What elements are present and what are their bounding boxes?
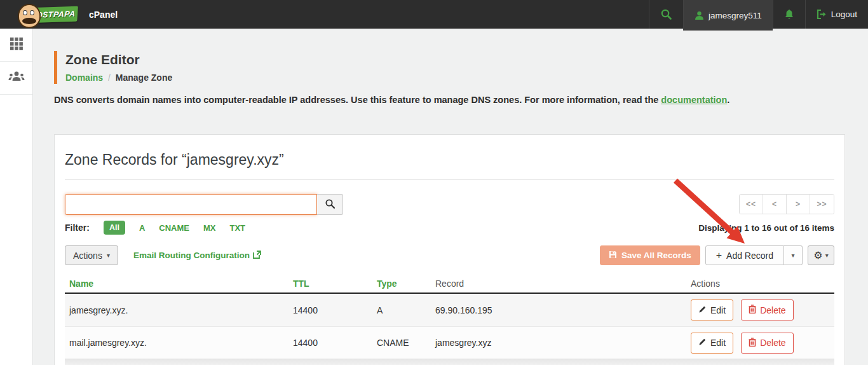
user-icon [695, 11, 704, 20]
hostpapa-logo[interactable]: HOSTPAPA [17, 3, 78, 27]
pagination-last-button[interactable]: >> [810, 195, 834, 214]
edit-button[interactable]: Edit [691, 333, 733, 354]
filter-label: Filter: [65, 223, 90, 233]
people-icon [8, 71, 25, 86]
save-all-label: Save All Records [621, 251, 691, 260]
description-text: DNS converts domain names into computer-… [54, 95, 661, 105]
breadcrumb-separator: / [108, 72, 111, 83]
page-title: Zone Editor [65, 52, 172, 67]
record-value: 69.90.160.195 [431, 305, 686, 315]
display-summary: Displaying 1 to 16 out of 16 items [698, 223, 834, 233]
panel-title: Zone Records for “jamesgrey.xyz” [65, 151, 834, 180]
record-type: A [372, 305, 431, 315]
pagination: << < > >> [739, 194, 834, 214]
logout-button[interactable]: Logout [805, 0, 868, 29]
column-header-ttl[interactable]: TTL [288, 279, 372, 289]
save-icon [609, 251, 617, 261]
zone-records-table: Name TTL Type Record Actions jamesgrey.x… [65, 275, 834, 365]
gear-icon: ⚙ [813, 251, 822, 261]
add-record-label: Add Record [726, 251, 773, 261]
email-routing-link[interactable]: Email Routing Configuration [133, 251, 261, 261]
email-routing-label: Email Routing Configuration [133, 251, 250, 260]
pagination-prev-button[interactable]: < [763, 195, 787, 214]
table-row: mail.jamesgrey.xyz. 14400 CNAME jamesgre… [65, 326, 834, 359]
filter-bar: Filter: All A CNAME MX TXT [65, 221, 245, 235]
column-header-record: Record [431, 279, 686, 289]
filter-cname[interactable]: CNAME [159, 223, 189, 233]
topbar-right: jamesgrey511 Logout [649, 0, 868, 29]
page-header: Zone Editor Domains / Manage Zone [54, 51, 868, 84]
search-submit-button[interactable] [317, 194, 343, 215]
description-period: . [727, 95, 729, 105]
brand-area: HOSTPAPA cPanel [0, 3, 118, 27]
column-header-actions: Actions [686, 279, 834, 289]
record-ttl: 14400 [288, 338, 372, 348]
trash-icon [749, 305, 756, 315]
accent-bar [54, 51, 57, 84]
topbar-search-button[interactable] [649, 0, 683, 29]
logout-icon [817, 10, 827, 19]
page-description: DNS converts domain names into computer-… [54, 95, 868, 105]
search-group [65, 194, 343, 215]
add-record-group: + Add Record ▾ [705, 245, 803, 265]
add-record-button[interactable]: + Add Record [705, 245, 784, 265]
caret-down-icon: ▾ [791, 252, 794, 259]
record-ttl: 14400 [288, 305, 372, 315]
record-name: jamesgrey.xyz. [65, 305, 288, 315]
edit-button[interactable]: Edit [691, 300, 733, 320]
edit-label: Edit [710, 338, 726, 348]
table-row-partial [65, 359, 834, 365]
notifications-button[interactable] [773, 0, 805, 29]
delete-button[interactable]: Delete [741, 333, 793, 354]
filter-mx[interactable]: MX [203, 223, 216, 233]
breadcrumb: Domains / Manage Zone [65, 72, 172, 83]
save-all-records-button[interactable]: Save All Records [600, 245, 700, 265]
settings-dropdown-button[interactable]: ⚙ ▾ [808, 245, 834, 265]
search-icon [325, 198, 336, 211]
record-value: jamesgrey.xyz [431, 338, 686, 348]
delete-button[interactable]: Delete [741, 300, 793, 320]
grid-icon [10, 37, 24, 53]
sidebar [0, 29, 33, 365]
search-icon [660, 8, 672, 20]
pagination-next-button[interactable]: > [787, 195, 810, 214]
table-row: jamesgrey.xyz. 14400 A 69.90.160.195 Edi… [65, 294, 834, 326]
table-header-row: Name TTL Type Record Actions [65, 275, 834, 294]
filter-all[interactable]: All [104, 221, 125, 235]
breadcrumb-current: Manage Zone [116, 72, 172, 83]
delete-label: Delete [760, 305, 785, 315]
sidebar-item-user-manager[interactable] [0, 62, 32, 95]
sidebar-item-tools[interactable] [0, 29, 32, 62]
zone-records-panel: Zone Records for “jamesgrey.xyz” << < > … [54, 134, 845, 365]
pencil-icon [698, 338, 707, 348]
trash-icon [749, 338, 756, 348]
documentation-link[interactable]: documentation [661, 95, 727, 105]
filter-a[interactable]: A [139, 223, 145, 233]
external-link-icon [253, 251, 261, 261]
app-name: cPanel [89, 10, 118, 20]
zone-search-input[interactable] [65, 194, 317, 215]
caret-down-icon: ▾ [825, 252, 829, 259]
user-menu[interactable]: jamesgrey511 [683, 0, 773, 31]
filter-txt[interactable]: TXT [229, 223, 245, 233]
column-header-type[interactable]: Type [372, 279, 431, 289]
delete-label: Delete [760, 338, 785, 348]
pencil-icon [698, 305, 707, 315]
potato-mascot-icon [18, 4, 41, 28]
username: jamesgrey511 [709, 11, 762, 20]
main-content: Zone Editor Domains / Manage Zone DNS co… [33, 51, 868, 365]
record-type: CNAME [372, 338, 431, 348]
actions-label: Actions [73, 251, 102, 261]
breadcrumb-domains-link[interactable]: Domains [65, 72, 103, 83]
record-name: mail.jamesgrey.xyz. [65, 338, 288, 348]
column-header-name[interactable]: Name [65, 279, 288, 289]
plus-icon: + [716, 250, 722, 261]
bell-icon [784, 9, 794, 20]
pagination-first-button[interactable]: << [740, 195, 763, 214]
logout-label: Logout [831, 10, 857, 19]
caret-down-icon: ▾ [107, 252, 110, 259]
edit-label: Edit [710, 305, 726, 315]
topbar: HOSTPAPA cPanel jamesgrey511 [0, 0, 868, 29]
actions-dropdown-button[interactable]: Actions ▾ [65, 245, 118, 265]
add-record-dropdown-button[interactable]: ▾ [784, 245, 803, 265]
